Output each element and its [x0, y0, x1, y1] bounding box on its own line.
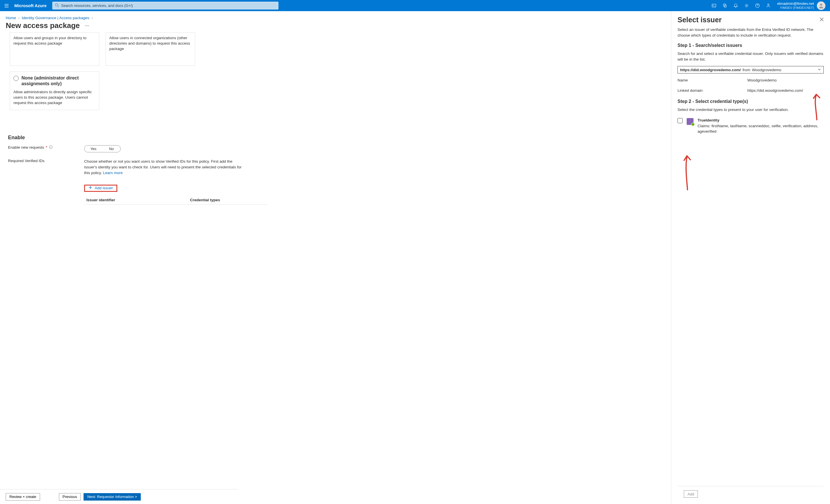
account-email: elmadmin@fimdev.net: [777, 2, 814, 6]
svg-point-0: [56, 4, 58, 6]
cloudshell-icon[interactable]: [708, 0, 719, 11]
card-text: Allow users in connected organizations (…: [109, 36, 190, 51]
credential-title: TrueIdentity: [698, 117, 824, 123]
radio-button[interactable]: [13, 76, 19, 81]
option-card-connected-orgs[interactable]: Allow users in connected organizations (…: [105, 32, 195, 66]
combobox-from: from: [742, 67, 750, 73]
breadcrumb-link[interactable]: Home: [6, 16, 16, 20]
domain-value: https://did.woodgrovedemo.com/: [747, 88, 824, 94]
previous-button[interactable]: Previous: [59, 493, 81, 501]
page-title: New access package: [6, 21, 80, 30]
card-text: Allow administrators to directly assign …: [13, 90, 96, 106]
col-credential-types: Credential types: [190, 198, 220, 202]
annotation-highlight: Add issuer: [84, 185, 117, 192]
card-title: None (administrator direct assignments o…: [22, 75, 96, 87]
breadcrumb-link[interactable]: Identity Governance | Access packages: [22, 16, 89, 20]
close-button[interactable]: [820, 18, 824, 22]
panel-title: Select issuer: [677, 16, 722, 24]
search-icon: [55, 3, 61, 8]
global-search-input[interactable]: [61, 3, 276, 8]
panel-intro: Select an issuer of verifiable credentia…: [677, 27, 824, 38]
plus-icon: [88, 186, 92, 191]
option-card-none[interactable]: None (administrator direct assignments o…: [10, 71, 99, 110]
directory-filter-icon[interactable]: [719, 0, 730, 11]
panel-add-button[interactable]: Add: [684, 490, 698, 498]
step1-heading: Step 1 - Search/select issuers: [677, 42, 824, 48]
enable-new-requests-toggle[interactable]: Yes No: [84, 145, 121, 153]
domain-key: Linked domain: [677, 88, 747, 94]
step1-text: Search for and select a verifiable crede…: [677, 51, 824, 62]
hamburger-menu-button[interactable]: [0, 0, 13, 11]
info-icon[interactable]: [49, 145, 53, 150]
settings-gear-icon[interactable]: [741, 0, 752, 11]
global-search[interactable]: [52, 2, 278, 9]
issuer-table-header: Issuer identifier Credential types: [84, 198, 267, 205]
credential-badge-icon: [687, 118, 694, 125]
issuer-combobox[interactable]: https://did.woodgrovedemo.com/ from Wood…: [677, 66, 824, 73]
topbar: Microsoft Azure elmadmin@fimdev.net FIMD…: [0, 0, 830, 11]
select-issuer-panel: Select issuer Select an issuer of verifi…: [671, 11, 830, 504]
learn-more-link[interactable]: Learn more: [103, 171, 123, 175]
account-widget[interactable]: elmadmin@fimdev.net FIMDEV (FIMDEV.NET): [774, 1, 830, 10]
top-toolbar: [708, 0, 774, 11]
chevron-down-icon: [818, 67, 821, 73]
svg-rect-1: [712, 4, 716, 7]
svg-point-7: [820, 3, 822, 5]
col-issuer-identifier: Issuer identifier: [84, 198, 190, 202]
name-key: Name: [677, 77, 747, 83]
account-tenant: FIMDEV (FIMDEV.NET): [777, 6, 814, 10]
option-card-directory-users[interactable]: Allow users and groups in your directory…: [10, 32, 99, 66]
toggle-no[interactable]: No: [102, 145, 121, 152]
combobox-org: Woodgrovedemo: [752, 67, 781, 73]
brand-label: Microsoft Azure: [14, 3, 46, 8]
step2-text: Select the credential types to present t…: [677, 107, 824, 113]
review-create-button[interactable]: Review + create: [6, 493, 40, 501]
svg-point-6: [768, 4, 769, 5]
name-value: Woodgrovedemo: [747, 77, 824, 83]
enable-new-requests-label: Enable new requests *: [8, 145, 84, 150]
feedback-icon[interactable]: [763, 0, 774, 11]
credential-type-row: TrueIdentity Claims: firstName, lastName…: [677, 117, 824, 134]
card-text: Allow users and groups in your directory…: [13, 36, 87, 45]
add-issuer-label: Add issuer: [95, 186, 113, 190]
help-icon[interactable]: [752, 0, 763, 11]
chevron-right-icon: ›: [92, 16, 93, 20]
chevron-right-icon: ›: [18, 16, 20, 20]
add-issuer-button[interactable]: Add issuer: [86, 184, 115, 192]
toggle-yes[interactable]: Yes: [85, 145, 102, 152]
avatar: [817, 1, 825, 10]
required-asterisk: *: [46, 145, 47, 149]
required-verifiedids-label: Required Verified IDs: [8, 159, 84, 163]
svg-point-4: [746, 5, 747, 6]
step2-heading: Step 2 - Select credential type(s): [677, 98, 824, 105]
combobox-bold: https://did.woodgrovedemo.com/: [680, 67, 741, 73]
credential-checkbox[interactable]: [677, 118, 683, 123]
help-text: Choose whether or not you want users to …: [84, 159, 244, 176]
next-button[interactable]: Next: Requestor Information >: [84, 493, 141, 501]
wizard-action-bar: Review + create Previous Next: Requestor…: [0, 489, 237, 504]
notifications-icon[interactable]: [730, 0, 741, 11]
credential-claims: Claims: firstName, lastName, scanneddoc,…: [698, 123, 824, 134]
more-actions-button[interactable]: ···: [85, 24, 89, 28]
